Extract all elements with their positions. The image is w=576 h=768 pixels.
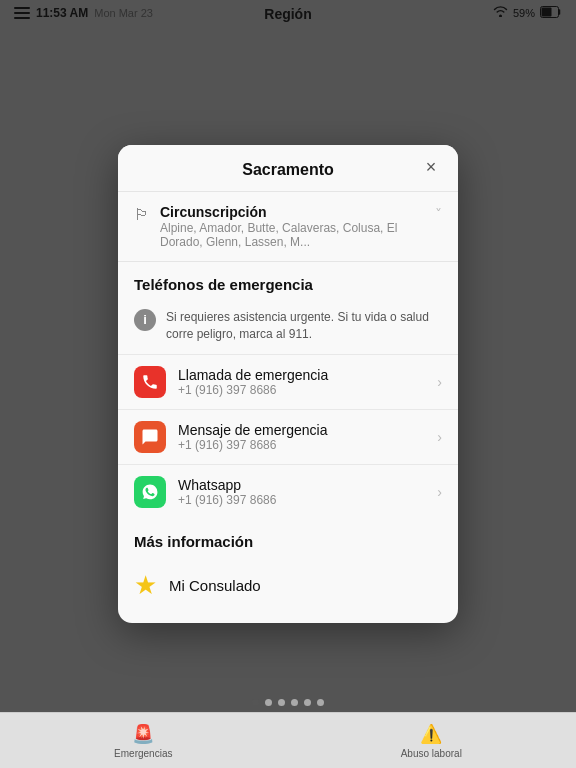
status-bar: 11:53 AM Mon Mar 23 Región 59%	[0, 0, 576, 26]
svg-rect-1	[542, 8, 552, 17]
battery-icon	[540, 4, 562, 22]
whatsapp-contact-text: Whatsapp +1 (916) 397 8686	[178, 477, 437, 507]
flag-icon: 🏳	[134, 206, 150, 224]
mensaje-label: Mensaje de emergencia	[178, 422, 437, 438]
modal-overlay: Sacramento × 🏳 Circunscripción Alpine, A…	[0, 0, 576, 768]
mensaje-number: +1 (916) 397 8686	[178, 438, 437, 452]
more-info-title: Más información	[118, 519, 458, 558]
mensaje-chevron-icon: ›	[437, 429, 442, 445]
star-icon: ★	[134, 570, 157, 601]
phone-call-icon	[134, 366, 166, 398]
status-date: Mon Mar 23	[94, 7, 153, 19]
hamburger-menu-icon[interactable]	[14, 7, 30, 19]
llamada-label: Llamada de emergencia	[178, 367, 437, 383]
emergency-info-row: i Si requieres asistencia urgente. Si tu…	[118, 301, 458, 355]
emergency-info-text: Si requieres asistencia urgente. Si tu v…	[166, 309, 442, 343]
consulado-item[interactable]: ★ Mi Consulado	[118, 558, 458, 613]
page-title: Región	[264, 6, 311, 22]
jurisdiction-description: Alpine, Amador, Butte, Calaveras, Colusa…	[160, 221, 429, 249]
whatsapp-icon	[134, 476, 166, 508]
status-time: 11:53 AM	[36, 6, 88, 20]
battery-percentage: 59%	[513, 7, 535, 19]
llamada-contact-item[interactable]: Llamada de emergencia +1 (916) 397 8686 …	[118, 354, 458, 409]
wifi-icon	[493, 6, 508, 20]
llamada-contact-text: Llamada de emergencia +1 (916) 397 8686	[178, 367, 437, 397]
llamada-chevron-icon: ›	[437, 374, 442, 390]
jurisdiction-row[interactable]: 🏳 Circunscripción Alpine, Amador, Butte,…	[118, 192, 458, 262]
jurisdiction-chevron-icon: ˅	[435, 206, 442, 222]
more-info-section: Más información ★ Mi Consulado	[118, 519, 458, 623]
llamada-number: +1 (916) 397 8686	[178, 383, 437, 397]
consulado-label: Mi Consulado	[169, 577, 261, 594]
whatsapp-chevron-icon: ›	[437, 484, 442, 500]
mensaje-contact-text: Mensaje de emergencia +1 (916) 397 8686	[178, 422, 437, 452]
modal-header: Sacramento ×	[118, 145, 458, 192]
modal-title: Sacramento	[242, 161, 334, 179]
whatsapp-contact-item[interactable]: Whatsapp +1 (916) 397 8686 ›	[118, 464, 458, 519]
message-icon	[134, 421, 166, 453]
whatsapp-number: +1 (916) 397 8686	[178, 493, 437, 507]
emergency-section-title: Teléfonos de emergencia	[118, 262, 458, 301]
whatsapp-label: Whatsapp	[178, 477, 437, 493]
modal-close-button[interactable]: ×	[418, 155, 444, 181]
jurisdiction-content: Circunscripción Alpine, Amador, Butte, C…	[160, 204, 429, 249]
modal-dialog: Sacramento × 🏳 Circunscripción Alpine, A…	[118, 145, 458, 624]
jurisdiction-label: Circunscripción	[160, 204, 429, 220]
info-icon: i	[134, 309, 156, 331]
mensaje-contact-item[interactable]: Mensaje de emergencia +1 (916) 397 8686 …	[118, 409, 458, 464]
status-right: 59%	[493, 4, 562, 22]
